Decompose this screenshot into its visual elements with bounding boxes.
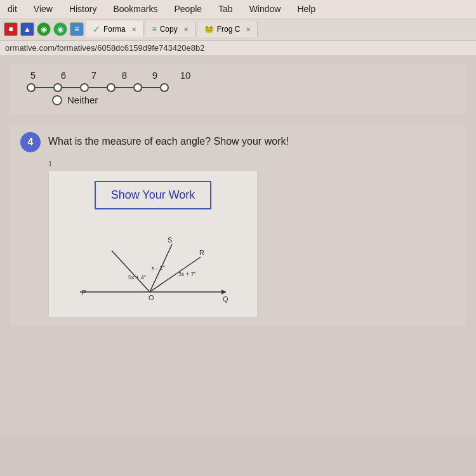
angle1-label: x - 2° <box>152 265 166 271</box>
menu-edit[interactable]: dit <box>5 3 20 15</box>
tab-copy-close[interactable]: ✕ <box>183 26 188 33</box>
menu-view[interactable]: View <box>31 3 55 15</box>
neither-radio[interactable] <box>52 95 62 105</box>
line-5-6 <box>36 87 53 88</box>
angle3-label: 5x + 4° <box>128 274 147 281</box>
url-text: ormative.com/formatives/6058dc6159d9fe74… <box>5 43 204 53</box>
question-badge: 4 <box>20 132 41 152</box>
page-content: 5 6 7 8 9 10 Neither 4 <box>0 56 476 437</box>
line-8-9 <box>116 87 133 88</box>
answer-area: 1 Show Your Work <box>48 160 456 318</box>
line-7-8 <box>89 87 107 88</box>
question-number: 4 <box>28 136 34 148</box>
number-line-section: 5 6 7 8 9 10 Neither <box>10 63 466 114</box>
stop-button[interactable]: ■ <box>4 22 18 36</box>
number-line-dots <box>20 83 456 92</box>
dot-5[interactable] <box>27 83 36 92</box>
menu-history[interactable]: History <box>67 3 100 15</box>
tab-forma[interactable]: ✓ Forma ✕ <box>86 21 143 37</box>
svg-marker-1 <box>221 289 226 294</box>
num-8: 8 <box>118 70 131 81</box>
forma-tab-icon: ✓ <box>93 24 100 34</box>
back-button[interactable]: ◉ <box>37 22 51 36</box>
tab-forma-close[interactable]: ✕ <box>131 26 136 33</box>
tab-frog-label: Frog C <box>217 25 241 34</box>
copy-tab-icon: ≡ <box>152 25 157 34</box>
q-label: Q <box>223 295 228 303</box>
tab-copy[interactable]: ≡ Copy ✕ <box>146 22 195 37</box>
menu-bar: dit View History Bookmarks People Tab Wi… <box>0 0 476 18</box>
nav-button[interactable]: ▲ <box>20 22 34 36</box>
angle2-label: 3x + 7° <box>178 271 197 277</box>
dot-7[interactable] <box>80 83 89 92</box>
s-label: S <box>168 236 172 244</box>
show-work-button[interactable]: Show Your Work <box>95 181 212 209</box>
num-9: 9 <box>149 70 161 81</box>
svg-line-2 <box>112 251 150 292</box>
angle-svg: P Q O S R 5x + 4° x - 2° 3x + 7° <box>67 216 239 317</box>
r-label: R <box>199 249 204 256</box>
neither-label: Neither <box>67 95 98 105</box>
tab-frog[interactable]: 🐸 Frog C ✕ <box>198 22 258 37</box>
dot-9[interactable] <box>133 83 142 92</box>
tab-copy-label: Copy <box>160 25 178 34</box>
tab-frog-close[interactable]: ✕ <box>246 26 251 33</box>
dot-6[interactable] <box>53 83 62 92</box>
menu-button[interactable]: ≡ <box>70 22 84 36</box>
neither-option: Neither <box>52 95 456 105</box>
num-6: 6 <box>57 70 70 81</box>
menu-help[interactable]: Help <box>294 3 318 15</box>
num-10: 10 <box>179 70 192 81</box>
frog-tab-icon: 🐸 <box>204 25 214 34</box>
menu-tab[interactable]: Tab <box>216 3 235 15</box>
o-label: O <box>149 294 154 301</box>
question-section: 4 What is the measure of each angle? Sho… <box>10 124 466 326</box>
question-text: What is the measure of each angle? Show … <box>48 132 289 149</box>
question-header: 4 What is the measure of each angle? Sho… <box>20 132 456 152</box>
menu-bookmarks[interactable]: Bookmarks <box>110 3 160 15</box>
p-label: P <box>82 289 86 296</box>
line-9-10 <box>142 87 160 88</box>
menu-people[interactable]: People <box>171 3 204 15</box>
line-6-7 <box>62 87 80 88</box>
dot-10[interactable] <box>160 83 169 92</box>
number-labels: 5 6 7 8 9 10 <box>20 70 456 81</box>
answer-box[interactable]: Show Your Work <box>48 170 258 318</box>
num-5: 5 <box>27 70 39 81</box>
angle-diagram: P Q O S R 5x + 4° x - 2° 3x + 7° <box>67 216 239 317</box>
point-label: 1 <box>48 160 456 168</box>
address-bar[interactable]: ormative.com/formatives/6058dc6159d9fe74… <box>0 41 476 56</box>
tab-forma-label: Forma <box>103 25 126 34</box>
forward-button[interactable]: ◉ <box>53 22 67 36</box>
dot-8[interactable] <box>107 83 116 92</box>
menu-window[interactable]: Window <box>247 3 284 15</box>
num-7: 7 <box>88 70 100 81</box>
browser-toolbar: ■ ▲ ◉ ◉ ≡ ✓ Forma ✕ ≡ Copy ✕ 🐸 Frog C ✕ <box>0 18 476 41</box>
